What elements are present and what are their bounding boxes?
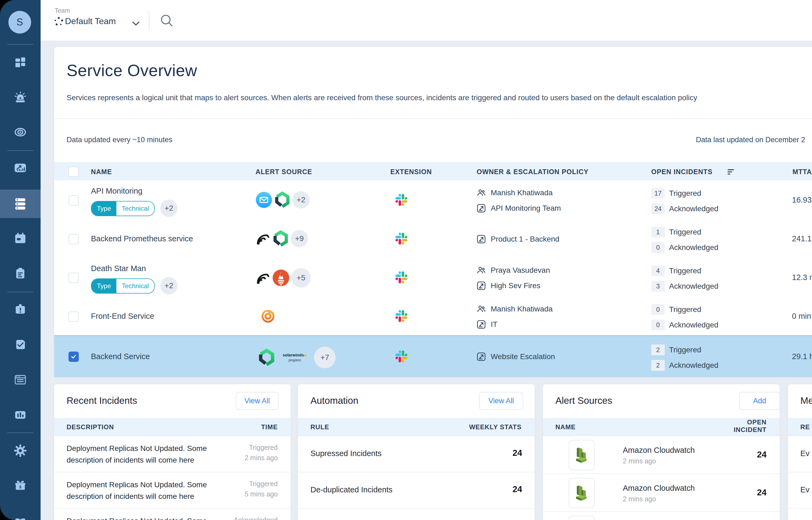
triggered-line[interactable]: 1 Triggered [651,227,701,237]
row-checkbox-checked[interactable] [68,352,79,362]
triggered-line[interactable]: 2 Triggered [651,344,701,355]
team-selector[interactable]: Default Team [65,16,116,26]
table-row[interactable]: API Monitoring Type Technical +2 +2 Mani… [54,180,812,219]
sidebar-item-incidents[interactable] [0,83,40,111]
sidebar-item-tasks[interactable] [0,331,40,359]
alert-source-row[interactable]: Amazon Cloudwatch 2 mins ago 24 [543,436,780,474]
owner-name[interactable]: Praya Vasudevan [491,266,550,275]
service-name[interactable]: Backend Prometheus service [91,234,193,243]
col-extension[interactable]: EXTENSION [390,168,432,176]
sidebar-item-status[interactable] [0,118,40,146]
incident-time: 5 mins ago [245,490,278,498]
owner-line[interactable]: Manish Khatiwada [477,188,553,198]
incident-desc: Deployment Replicas Not Updated. Some [66,444,207,453]
row-checkbox[interactable] [68,273,79,283]
alert-source-icons: solarwinds▰ pingdom +7 [258,347,336,368]
sort-icon[interactable] [728,169,735,175]
bar-chart-icon [14,409,27,421]
search-icon[interactable] [159,13,174,28]
sidebar-item-analytics[interactable] [0,154,40,182]
policy-name[interactable]: IT [491,320,498,329]
policy-line[interactable]: IT [477,320,498,329]
sources-more-badge[interactable]: +2 [292,191,310,209]
tag-more-badge[interactable]: +2 [160,200,177,217]
sidebar-item-escalation-policies[interactable] [0,259,40,288]
service-name[interactable]: API Monitoring [91,187,142,196]
table-row[interactable]: Front-End Service Manish Khatiwada IT 0 … [54,296,812,336]
incident-row[interactable]: Deployment Replicas Not Updated. Some de… [54,436,291,472]
policy-name[interactable]: API Monitoring Team [491,204,561,213]
service-name[interactable]: Death Star Man [91,264,146,273]
acknowledged-line[interactable]: 3 Acknowledged [651,281,718,292]
owner-name[interactable]: Manish Khatiwada [491,188,553,197]
policy-name[interactable]: Website Escalation [491,353,555,361]
add-button[interactable]: Add [739,392,780,410]
sidebar-divider [7,150,33,151]
acknowledged-label: Acknowledged [669,361,718,370]
sidebar-item-reports[interactable] [0,401,40,429]
automation-row[interactable]: De-duplicated Incidents 24 [298,472,535,509]
row-checkbox[interactable] [68,311,79,322]
view-all-button[interactable]: View All [236,392,279,410]
acknowledged-line[interactable]: 24 Acknowledged [651,203,718,214]
avatar[interactable]: S [8,11,31,33]
escalation-icon [477,281,486,290]
sidebar-item-billing[interactable]: $ [0,472,40,500]
col-mtta[interactable]: MTTA [792,168,812,176]
col-alert-source[interactable]: ALERT SOURCE [255,168,312,176]
alert-source-row[interactable]: Amazon Cloudwatch 2 mins ago 24 [543,473,780,512]
page-description: Services represents a logical unit that … [66,94,697,102]
incident-row[interactable]: Deployment Replicas Not Updated. Some de… [54,508,291,520]
clipped-row[interactable]: Ev [788,472,812,509]
acknowledged-line[interactable]: 0 Acknowledged [651,242,718,253]
sources-more-badge[interactable]: +5 [291,268,311,288]
triggered-line[interactable]: 17 Triggered [651,188,701,199]
table-row[interactable]: Death Star Man Type Technical +2 +5 Pray… [54,258,812,297]
policy-name[interactable]: Product 1 - Backend [491,235,559,243]
col-open-incidents[interactable]: OPEN INCIDENTS [651,168,713,176]
sidebar-item-postmortems[interactable] [0,366,40,394]
owner-line[interactable]: Praya Vasudevan [477,266,550,275]
clipped-row[interactable]: Ev [788,436,812,472]
view-all-button[interactable]: View All [479,392,523,410]
service-name[interactable]: Front-End Service [91,312,154,321]
sidebar-item-services[interactable] [0,189,40,218]
table-row-selected[interactable]: Backend Service solarwinds▰ pingdom +7 W… [54,335,812,378]
chevron-down-icon[interactable] [132,21,140,26]
policy-line[interactable]: High Sev Fires [477,281,540,290]
row-checkbox[interactable] [68,195,79,206]
sources-more-badge[interactable]: +7 [314,347,336,368]
sidebar-item-docs[interactable] [0,509,40,520]
sidebar-item-incident-list[interactable] [0,295,40,323]
sidebar-item-settings[interactable] [0,437,40,465]
sidebar-item-schedules[interactable] [0,224,40,253]
service-name[interactable]: Backend Service [91,352,150,361]
col-time: TIME [261,423,278,431]
alert-source-row[interactable]: Amazon Cloudwatch [543,511,780,520]
owner-name[interactable]: Manish Khatiwada [491,305,553,313]
row-checkbox[interactable] [68,234,79,244]
triggered-line[interactable]: 4 Triggered [651,265,701,276]
policy-name[interactable]: High Sev Fires [491,281,540,290]
source-time: 2 mins ago [623,495,656,503]
triggered-line[interactable]: 0 Triggered [651,304,701,315]
policy-line[interactable]: API Monitoring Team [477,204,561,213]
sidebar-item-dashboard[interactable] [0,48,40,76]
col-owner[interactable]: OWNER & ESCALATION POLICY [477,168,588,176]
sources-more-badge[interactable]: +9 [291,230,308,247]
col-name[interactable]: NAME [91,168,112,176]
tag-more-badge[interactable]: +2 [160,277,177,294]
owner-line[interactable]: Manish Khatiwada [477,305,553,314]
automation-row[interactable]: Supressed Incidents 24 [298,436,535,472]
policy-line[interactable]: Website Escalation [477,352,555,361]
acknowledged-line[interactable]: 2 Acknowledged [651,360,718,371]
select-all-checkbox[interactable] [68,166,79,177]
incident-row[interactable]: Deployment Replicas Not Updated. Some de… [54,472,291,509]
users-icon [477,266,486,275]
recent-incidents-panel: Recent Incidents View All DESCRIPTION TI… [54,384,291,520]
acknowledged-line[interactable]: 0 Acknowledged [651,319,718,331]
incident-desc: description of incidents will come here [66,456,194,465]
table-row[interactable]: Backend Prometheus service +9 Product 1 … [54,219,812,258]
policy-line[interactable]: Product 1 - Backend [477,235,559,244]
cloudwatch-icon [569,440,595,470]
